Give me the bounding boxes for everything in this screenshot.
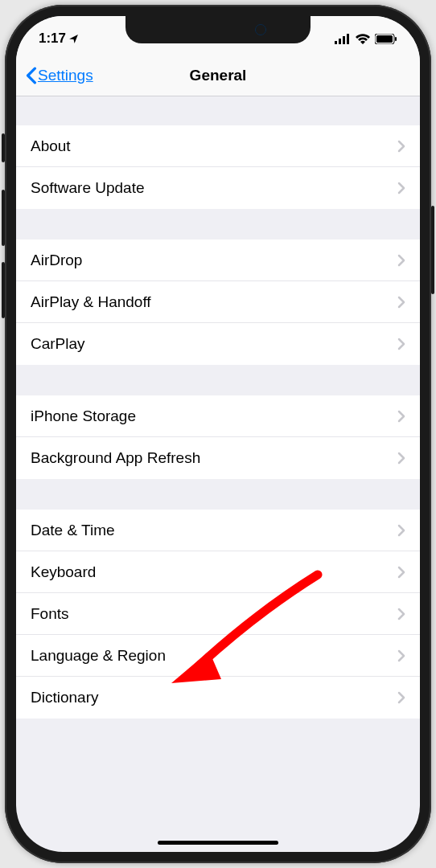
row-label: Keyboard xyxy=(31,563,96,581)
svg-rect-1 xyxy=(339,39,341,44)
settings-row-airplay-handoff[interactable]: AirPlay & Handoff xyxy=(16,281,420,323)
chevron-right-icon xyxy=(397,182,405,194)
settings-row-iphone-storage[interactable]: iPhone Storage xyxy=(16,395,420,437)
chevron-right-icon xyxy=(397,524,405,537)
svg-rect-6 xyxy=(395,37,397,41)
svg-rect-0 xyxy=(335,41,337,44)
location-icon xyxy=(68,34,79,44)
chevron-right-icon xyxy=(397,410,405,423)
chevron-right-icon xyxy=(397,296,405,309)
side-button xyxy=(431,206,434,294)
back-label: Settings xyxy=(38,67,93,84)
settings-row-background-app-refresh[interactable]: Background App Refresh xyxy=(16,437,420,479)
volume-down-button xyxy=(2,262,5,318)
row-label: About xyxy=(31,137,71,155)
screen: 1:17 Settings General AboutSoftware Upda… xyxy=(16,16,420,852)
chevron-left-icon xyxy=(26,67,37,84)
settings-row-airdrop[interactable]: AirDrop xyxy=(16,240,420,281)
settings-row-dictionary[interactable]: Dictionary xyxy=(16,677,420,719)
settings-row-fonts[interactable]: Fonts xyxy=(16,593,420,635)
row-label: AirDrop xyxy=(31,252,82,269)
nav-bar: Settings General xyxy=(16,55,420,96)
settings-row-language-region[interactable]: Language & Region xyxy=(16,635,420,677)
settings-group: Date & TimeKeyboardFontsLanguage & Regio… xyxy=(16,510,420,719)
home-indicator[interactable] xyxy=(158,841,278,845)
content[interactable]: AboutSoftware UpdateAirDropAirPlay & Han… xyxy=(16,96,420,852)
wifi-icon xyxy=(356,34,370,44)
svg-rect-5 xyxy=(376,35,393,43)
chevron-right-icon xyxy=(397,691,405,704)
settings-group: iPhone StorageBackground App Refresh xyxy=(16,395,420,479)
battery-icon xyxy=(375,34,397,44)
settings-row-date-time[interactable]: Date & Time xyxy=(16,510,420,551)
device-frame: 1:17 Settings General AboutSoftware Upda… xyxy=(5,5,431,863)
silent-switch xyxy=(2,133,5,162)
chevron-right-icon xyxy=(397,649,405,662)
volume-up-button xyxy=(2,190,5,246)
settings-row-carplay[interactable]: CarPlay xyxy=(16,323,420,365)
chevron-right-icon xyxy=(397,338,405,350)
chevron-right-icon xyxy=(397,140,405,153)
settings-row-about[interactable]: About xyxy=(16,125,420,167)
row-label: Language & Region xyxy=(31,647,166,665)
row-label: Software Update xyxy=(31,179,145,197)
chevron-right-icon xyxy=(397,254,405,267)
chevron-right-icon xyxy=(397,608,405,620)
row-label: AirPlay & Handoff xyxy=(31,293,151,311)
settings-group: AirDropAirPlay & HandoffCarPlay xyxy=(16,240,420,365)
status-time: 1:17 xyxy=(39,31,66,47)
row-label: CarPlay xyxy=(31,335,85,353)
row-label: iPhone Storage xyxy=(31,407,136,425)
nav-title: General xyxy=(190,67,247,84)
row-label: Dictionary xyxy=(31,689,98,706)
back-button[interactable]: Settings xyxy=(26,67,93,84)
row-label: Fonts xyxy=(31,605,69,623)
chevron-right-icon xyxy=(397,566,405,579)
settings-row-software-update[interactable]: Software Update xyxy=(16,167,420,209)
status-left: 1:17 xyxy=(39,31,79,47)
row-label: Date & Time xyxy=(31,522,115,539)
chevron-right-icon xyxy=(397,452,405,465)
svg-rect-3 xyxy=(347,34,349,44)
row-label: Background App Refresh xyxy=(31,449,200,467)
cellular-icon xyxy=(335,34,351,44)
status-right xyxy=(335,34,397,44)
svg-rect-2 xyxy=(343,36,345,44)
notch xyxy=(125,16,311,43)
settings-row-keyboard[interactable]: Keyboard xyxy=(16,551,420,593)
settings-group: AboutSoftware Update xyxy=(16,125,420,209)
